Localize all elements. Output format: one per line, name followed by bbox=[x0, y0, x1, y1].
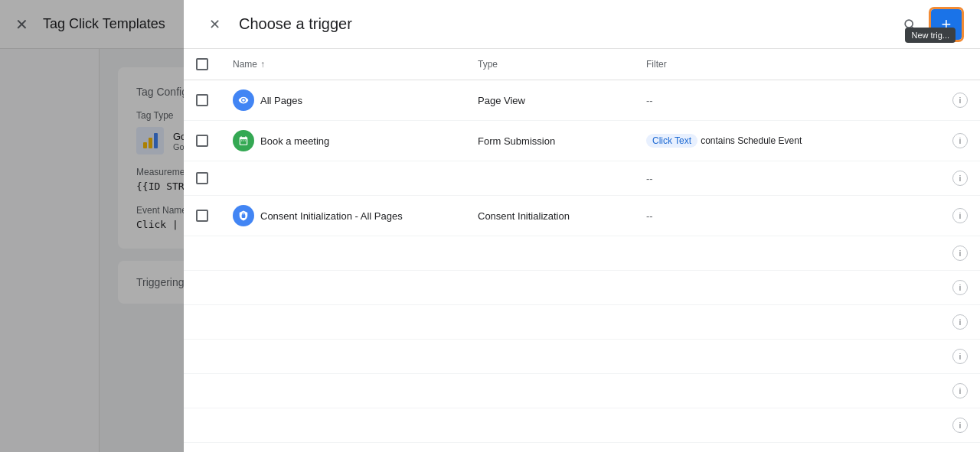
table-body: All Pages Page View -- i bbox=[184, 80, 980, 453]
row-checkbox[interactable] bbox=[196, 94, 208, 106]
row-name-cell[interactable]: Book a meeting bbox=[220, 121, 466, 161]
info-icon[interactable]: i bbox=[952, 349, 968, 364]
header-name-col[interactable]: Name ↑ bbox=[220, 49, 466, 80]
row-filter-cell: Click Text contains Schedule Event bbox=[634, 121, 940, 161]
row-name-text: Book a meeting bbox=[260, 135, 329, 147]
info-icon[interactable]: i bbox=[952, 418, 968, 433]
row-checkbox[interactable] bbox=[196, 210, 208, 222]
tooltip: New trig... bbox=[905, 28, 956, 43]
info-icon[interactable]: i bbox=[952, 93, 968, 108]
name-col-label: Name bbox=[233, 59, 257, 70]
filter-condition: contains Schedule Event bbox=[701, 135, 802, 146]
trigger-icon-book bbox=[233, 130, 254, 151]
row-name-cell[interactable]: Consent Initialization - All Pages bbox=[220, 196, 466, 236]
row-checkbox-cell[interactable] bbox=[184, 196, 220, 236]
info-icon[interactable]: i bbox=[952, 280, 968, 295]
row-checkbox[interactable] bbox=[196, 135, 208, 147]
table-row[interactable]: Consent Initialization - All Pages Conse… bbox=[184, 196, 980, 236]
choose-trigger-dialog: ✕ Choose a trigger + New trig... bbox=[184, 0, 980, 452]
row-name-text: Consent Initialization - All Pages bbox=[260, 210, 403, 222]
dialog-title: Choose a trigger bbox=[239, 15, 882, 33]
dialog-header: ✕ Choose a trigger + bbox=[184, 0, 980, 49]
empty-info-cell[interactable]: i bbox=[940, 271, 980, 305]
header-checkbox[interactable] bbox=[196, 58, 208, 70]
row-info-cell[interactable]: i bbox=[940, 196, 980, 236]
table-row-empty: i bbox=[184, 236, 980, 271]
empty-info-cell[interactable]: i bbox=[940, 236, 980, 271]
table-row-empty: i bbox=[184, 271, 980, 305]
header-type-col: Type bbox=[466, 49, 634, 80]
row-checkbox[interactable] bbox=[196, 172, 208, 184]
header-checkbox-col bbox=[184, 49, 220, 80]
empty-info-cell[interactable]: i bbox=[940, 305, 980, 340]
row-type-cell: Page View bbox=[466, 80, 634, 121]
info-icon[interactable]: i bbox=[952, 383, 968, 398]
trigger-icon-allpages bbox=[233, 89, 254, 111]
table-row-empty: i bbox=[184, 374, 980, 408]
info-icon[interactable]: i bbox=[952, 314, 968, 330]
row-type-cell: Form Submission bbox=[466, 121, 634, 161]
empty-info-cell[interactable]: i bbox=[940, 340, 980, 374]
empty-info-cell[interactable]: i bbox=[940, 408, 980, 443]
empty-name-cell bbox=[220, 161, 466, 196]
row-filter-cell: -- bbox=[634, 80, 940, 121]
table-row[interactable]: Book a meeting Form Submission Click Tex… bbox=[184, 121, 980, 161]
empty-filter-cell: -- bbox=[634, 161, 940, 196]
table-row-empty: -- i bbox=[184, 161, 980, 196]
row-checkbox-cell[interactable] bbox=[184, 121, 220, 161]
row-type-cell: Consent Initialization bbox=[466, 196, 634, 236]
info-icon[interactable]: i bbox=[952, 246, 968, 261]
empty-type-cell bbox=[466, 161, 634, 196]
row-filter-cell: -- bbox=[634, 196, 940, 236]
empty-checkbox-cell bbox=[184, 161, 220, 196]
row-info-cell[interactable]: i bbox=[940, 121, 980, 161]
trigger-icon-consent bbox=[233, 205, 254, 226]
header-filter-col: Filter bbox=[634, 49, 940, 80]
dialog-close-button[interactable]: ✕ bbox=[202, 12, 227, 37]
table-row-empty: i bbox=[184, 340, 980, 374]
row-info-cell[interactable]: i bbox=[940, 80, 980, 121]
triggers-table-container[interactable]: Name ↑ Type Filter bbox=[184, 49, 980, 452]
filter-tag: Click Text bbox=[646, 134, 697, 148]
table-header: Name ↑ Type Filter bbox=[184, 49, 980, 80]
row-checkbox-cell[interactable] bbox=[184, 80, 220, 121]
table-row-empty: i bbox=[184, 305, 980, 340]
empty-info-cell[interactable]: i bbox=[940, 161, 980, 196]
triggers-table: Name ↑ Type Filter bbox=[184, 49, 980, 452]
row-name-cell[interactable]: All Pages bbox=[220, 80, 466, 121]
filter-badge: Click Text contains Schedule Event bbox=[646, 134, 802, 148]
table-row-empty: i bbox=[184, 443, 980, 453]
empty-info-cell[interactable]: i bbox=[940, 443, 980, 453]
row-name-text: All Pages bbox=[260, 95, 302, 106]
table-row-empty: i bbox=[184, 408, 980, 443]
info-icon[interactable]: i bbox=[952, 133, 968, 148]
table-row[interactable]: All Pages Page View -- i bbox=[184, 80, 980, 121]
info-icon[interactable]: i bbox=[952, 208, 968, 223]
sort-arrow-icon: ↑ bbox=[260, 59, 265, 70]
info-icon[interactable]: i bbox=[952, 171, 968, 186]
empty-info-cell[interactable]: i bbox=[940, 374, 980, 408]
header-info-col bbox=[940, 49, 980, 80]
